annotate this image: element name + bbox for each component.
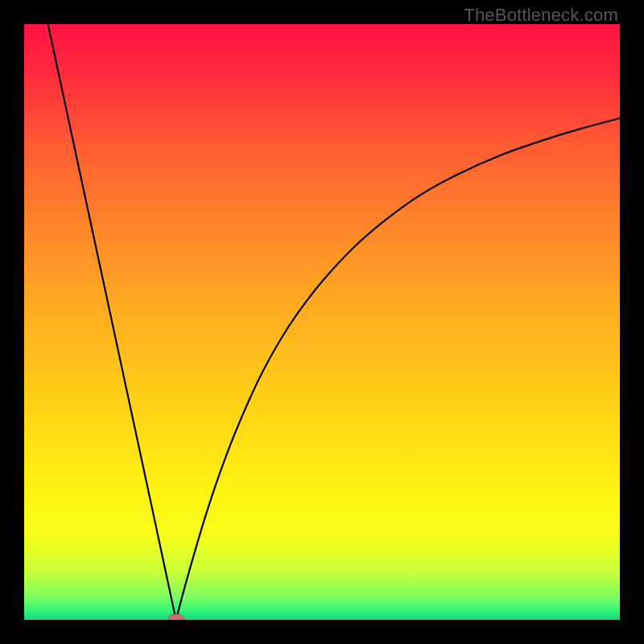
bottleneck-chart — [24, 24, 620, 620]
plot-area — [24, 24, 620, 620]
gradient-background — [24, 24, 620, 620]
chart-frame: TheBottleneck.com — [0, 0, 644, 644]
watermark-text: TheBottleneck.com — [464, 5, 618, 26]
